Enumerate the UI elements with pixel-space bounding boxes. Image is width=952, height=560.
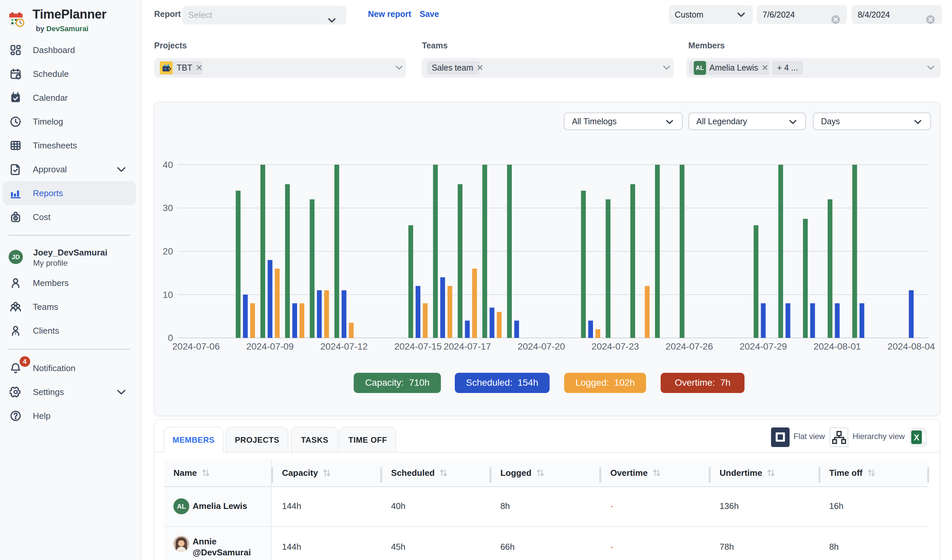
svg-text:2024-07-29: 2024-07-29 xyxy=(740,341,787,352)
svg-text:10: 10 xyxy=(162,289,173,299)
svg-text:2024-08-04: 2024-08-04 xyxy=(887,341,935,352)
svg-text:2024-07-26: 2024-07-26 xyxy=(665,341,712,352)
svg-text:20: 20 xyxy=(162,246,173,256)
svg-text:2024-07-17: 2024-07-17 xyxy=(444,341,491,352)
svg-text:30: 30 xyxy=(162,203,173,213)
svg-text:2024-07-12: 2024-07-12 xyxy=(320,341,368,352)
svg-text:2024-07-09: 2024-07-09 xyxy=(246,341,294,352)
svg-text:2024-07-06: 2024-07-06 xyxy=(172,341,219,352)
svg-text:2024-07-15: 2024-07-15 xyxy=(394,341,442,352)
svg-text:X: X xyxy=(913,433,919,442)
svg-text:2024-08-01: 2024-08-01 xyxy=(813,341,861,352)
svg-text:2024-07-23: 2024-07-23 xyxy=(591,341,639,352)
svg-text:40: 40 xyxy=(162,159,173,170)
svg-text:$: $ xyxy=(15,216,17,221)
svg-text:2024-07-20: 2024-07-20 xyxy=(518,341,565,352)
